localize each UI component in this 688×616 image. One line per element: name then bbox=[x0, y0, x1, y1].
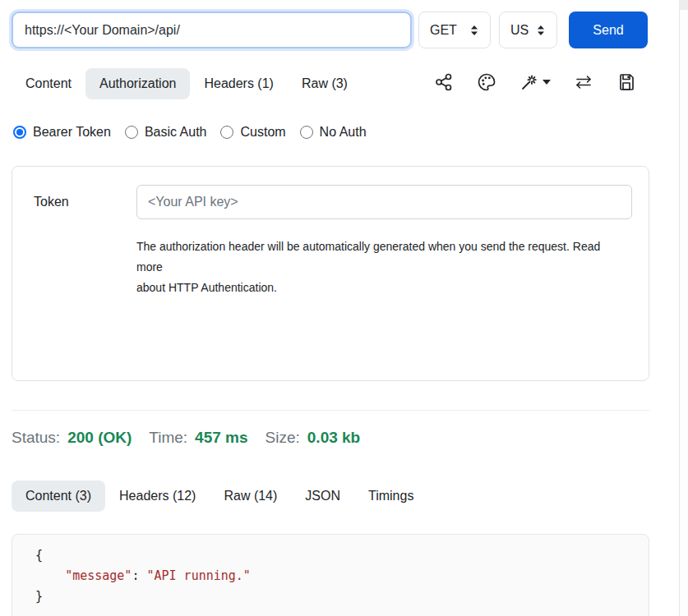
response-summary: Status: 200 (OK) Time: 457 ms Size: 0.03… bbox=[12, 429, 360, 447]
tab-response-headers[interactable]: Headers (12) bbox=[105, 480, 210, 512]
brace-close: } bbox=[35, 589, 43, 604]
region-select-value: US bbox=[510, 23, 529, 38]
token-input[interactable] bbox=[136, 185, 632, 219]
radio-no-auth[interactable]: No Auth bbox=[300, 125, 367, 140]
status-label: Status: bbox=[12, 429, 60, 447]
radio-button bbox=[300, 126, 313, 139]
json-separator: : bbox=[132, 568, 146, 583]
dropdown-caret-icon bbox=[543, 80, 551, 85]
radio-custom[interactable]: Custom bbox=[220, 125, 285, 140]
method-select[interactable]: GET bbox=[418, 11, 491, 48]
tab-response-json[interactable]: JSON bbox=[291, 480, 354, 512]
tab-raw[interactable]: Raw (3) bbox=[288, 68, 362, 99]
page-scrollbar-cap bbox=[679, 0, 688, 10]
code-line: "message": "API running." bbox=[35, 566, 649, 586]
brace-open: { bbox=[35, 548, 43, 563]
size-value: 0.03 kb bbox=[307, 429, 360, 447]
radio-button bbox=[220, 126, 233, 139]
radio-label: Basic Auth bbox=[145, 125, 207, 140]
token-help-line1: The authorization header will be automat… bbox=[136, 237, 630, 278]
radio-button bbox=[125, 126, 138, 139]
url-input[interactable] bbox=[12, 11, 412, 48]
status-pair: Status: 200 (OK) bbox=[12, 429, 132, 447]
token-help-text: The authorization header will be automat… bbox=[136, 237, 630, 298]
request-toolbar bbox=[434, 72, 636, 92]
updown-arrows-icon bbox=[536, 25, 546, 36]
tab-authorization[interactable]: Authorization bbox=[85, 68, 190, 99]
response-body-code: { "message": "API running." } bbox=[12, 534, 649, 616]
region-select[interactable]: US bbox=[499, 11, 557, 48]
tab-response-timings[interactable]: Timings bbox=[354, 480, 427, 512]
method-select-value: GET bbox=[430, 23, 457, 38]
status-value: 200 (OK) bbox=[67, 429, 132, 447]
size-label: Size: bbox=[266, 429, 300, 447]
save-icon[interactable] bbox=[616, 72, 636, 92]
radio-label: No Auth bbox=[320, 125, 367, 140]
time-label: Time: bbox=[149, 429, 187, 447]
section-divider bbox=[12, 410, 649, 411]
radio-bearer-token[interactable]: Bearer Token bbox=[13, 125, 111, 140]
tab-headers[interactable]: Headers (1) bbox=[190, 68, 287, 99]
share-icon[interactable] bbox=[434, 72, 454, 92]
auth-type-options: Bearer Token Basic Auth Custom No Auth bbox=[13, 125, 367, 140]
code-line: { bbox=[35, 545, 649, 566]
tab-response-raw[interactable]: Raw (14) bbox=[210, 480, 291, 512]
send-button[interactable]: Send bbox=[569, 11, 648, 48]
json-key: "message" bbox=[65, 568, 132, 583]
magic-wand-dropdown-icon[interactable] bbox=[519, 72, 551, 92]
request-tabs: Content Authorization Headers (1) Raw (3… bbox=[12, 68, 362, 99]
indent bbox=[35, 568, 65, 583]
palette-icon[interactable] bbox=[477, 72, 496, 92]
time-value: 457 ms bbox=[195, 429, 247, 447]
radio-label: Bearer Token bbox=[33, 125, 111, 140]
token-label: Token bbox=[34, 195, 69, 209]
radio-basic-auth[interactable]: Basic Auth bbox=[125, 125, 207, 140]
size-pair: Size: 0.03 kb bbox=[266, 429, 361, 447]
radio-button-checked bbox=[13, 126, 26, 139]
swap-arrows-icon[interactable] bbox=[574, 72, 593, 92]
time-pair: Time: 457 ms bbox=[149, 429, 247, 447]
json-value: "API running." bbox=[146, 568, 250, 583]
bearer-token-panel: Token The authorization header will be a… bbox=[12, 166, 649, 381]
updown-arrows-icon bbox=[469, 25, 479, 36]
radio-label: Custom bbox=[240, 125, 285, 140]
token-help-line2: about HTTP Authentication. bbox=[136, 278, 630, 298]
page-scrollbar-track[interactable] bbox=[679, 0, 688, 616]
code-line: } bbox=[35, 586, 649, 607]
tab-response-content[interactable]: Content (3) bbox=[12, 480, 105, 512]
tab-content[interactable]: Content bbox=[12, 68, 85, 99]
response-tabs: Content (3) Headers (12) Raw (14) JSON T… bbox=[12, 480, 427, 512]
